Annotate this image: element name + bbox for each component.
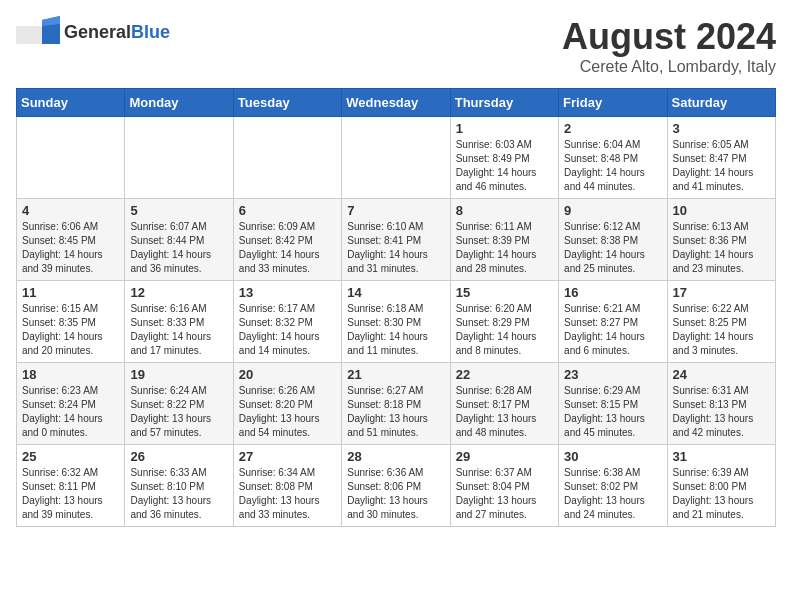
day-info: Sunrise: 6:10 AM Sunset: 8:41 PM Dayligh… — [347, 220, 444, 276]
calendar-cell: 3Sunrise: 6:05 AM Sunset: 8:47 PM Daylig… — [667, 117, 775, 199]
day-info: Sunrise: 6:36 AM Sunset: 8:06 PM Dayligh… — [347, 466, 444, 522]
day-info: Sunrise: 6:27 AM Sunset: 8:18 PM Dayligh… — [347, 384, 444, 440]
day-number: 14 — [347, 285, 444, 300]
day-number: 24 — [673, 367, 770, 382]
day-number: 30 — [564, 449, 661, 464]
day-info: Sunrise: 6:16 AM Sunset: 8:33 PM Dayligh… — [130, 302, 227, 358]
day-number: 25 — [22, 449, 119, 464]
day-info: Sunrise: 6:04 AM Sunset: 8:48 PM Dayligh… — [564, 138, 661, 194]
day-number: 10 — [673, 203, 770, 218]
day-info: Sunrise: 6:28 AM Sunset: 8:17 PM Dayligh… — [456, 384, 553, 440]
day-info: Sunrise: 6:06 AM Sunset: 8:45 PM Dayligh… — [22, 220, 119, 276]
day-number: 23 — [564, 367, 661, 382]
day-number: 15 — [456, 285, 553, 300]
calendar-cell: 2Sunrise: 6:04 AM Sunset: 8:48 PM Daylig… — [559, 117, 667, 199]
calendar-cell: 22Sunrise: 6:28 AM Sunset: 8:17 PM Dayli… — [450, 363, 558, 445]
day-info: Sunrise: 6:29 AM Sunset: 8:15 PM Dayligh… — [564, 384, 661, 440]
calendar-cell: 6Sunrise: 6:09 AM Sunset: 8:42 PM Daylig… — [233, 199, 341, 281]
location-subtitle: Cerete Alto, Lombardy, Italy — [562, 58, 776, 76]
calendar-cell — [233, 117, 341, 199]
day-number: 11 — [22, 285, 119, 300]
calendar-cell: 24Sunrise: 6:31 AM Sunset: 8:13 PM Dayli… — [667, 363, 775, 445]
calendar-cell: 4Sunrise: 6:06 AM Sunset: 8:45 PM Daylig… — [17, 199, 125, 281]
calendar-cell: 19Sunrise: 6:24 AM Sunset: 8:22 PM Dayli… — [125, 363, 233, 445]
calendar-cell: 14Sunrise: 6:18 AM Sunset: 8:30 PM Dayli… — [342, 281, 450, 363]
calendar-cell: 28Sunrise: 6:36 AM Sunset: 8:06 PM Dayli… — [342, 445, 450, 527]
calendar-cell: 29Sunrise: 6:37 AM Sunset: 8:04 PM Dayli… — [450, 445, 558, 527]
calendar-week-row: 18Sunrise: 6:23 AM Sunset: 8:24 PM Dayli… — [17, 363, 776, 445]
day-number: 1 — [456, 121, 553, 136]
day-number: 18 — [22, 367, 119, 382]
calendar-cell: 8Sunrise: 6:11 AM Sunset: 8:39 PM Daylig… — [450, 199, 558, 281]
day-number: 8 — [456, 203, 553, 218]
day-number: 3 — [673, 121, 770, 136]
calendar-cell: 21Sunrise: 6:27 AM Sunset: 8:18 PM Dayli… — [342, 363, 450, 445]
calendar-cell: 27Sunrise: 6:34 AM Sunset: 8:08 PM Dayli… — [233, 445, 341, 527]
day-number: 5 — [130, 203, 227, 218]
day-number: 22 — [456, 367, 553, 382]
svg-rect-0 — [16, 26, 42, 44]
header-tuesday: Tuesday — [233, 89, 341, 117]
day-info: Sunrise: 6:39 AM Sunset: 8:00 PM Dayligh… — [673, 466, 770, 522]
day-number: 4 — [22, 203, 119, 218]
calendar-cell: 1Sunrise: 6:03 AM Sunset: 8:49 PM Daylig… — [450, 117, 558, 199]
day-info: Sunrise: 6:23 AM Sunset: 8:24 PM Dayligh… — [22, 384, 119, 440]
day-number: 26 — [130, 449, 227, 464]
calendar-cell: 13Sunrise: 6:17 AM Sunset: 8:32 PM Dayli… — [233, 281, 341, 363]
day-number: 2 — [564, 121, 661, 136]
day-number: 19 — [130, 367, 227, 382]
calendar-cell: 7Sunrise: 6:10 AM Sunset: 8:41 PM Daylig… — [342, 199, 450, 281]
calendar-cell: 11Sunrise: 6:15 AM Sunset: 8:35 PM Dayli… — [17, 281, 125, 363]
calendar-cell: 31Sunrise: 6:39 AM Sunset: 8:00 PM Dayli… — [667, 445, 775, 527]
calendar-week-row: 11Sunrise: 6:15 AM Sunset: 8:35 PM Dayli… — [17, 281, 776, 363]
day-number: 28 — [347, 449, 444, 464]
header-friday: Friday — [559, 89, 667, 117]
logo-blue: Blue — [131, 22, 170, 42]
day-number: 27 — [239, 449, 336, 464]
day-info: Sunrise: 6:20 AM Sunset: 8:29 PM Dayligh… — [456, 302, 553, 358]
calendar-cell: 26Sunrise: 6:33 AM Sunset: 8:10 PM Dayli… — [125, 445, 233, 527]
day-info: Sunrise: 6:03 AM Sunset: 8:49 PM Dayligh… — [456, 138, 553, 194]
day-number: 13 — [239, 285, 336, 300]
calendar-cell: 18Sunrise: 6:23 AM Sunset: 8:24 PM Dayli… — [17, 363, 125, 445]
calendar-table: Sunday Monday Tuesday Wednesday Thursday… — [16, 88, 776, 527]
day-info: Sunrise: 6:24 AM Sunset: 8:22 PM Dayligh… — [130, 384, 227, 440]
day-info: Sunrise: 6:37 AM Sunset: 8:04 PM Dayligh… — [456, 466, 553, 522]
title-area: August 2024 Cerete Alto, Lombardy, Italy — [562, 16, 776, 76]
calendar-cell — [342, 117, 450, 199]
day-info: Sunrise: 6:34 AM Sunset: 8:08 PM Dayligh… — [239, 466, 336, 522]
logo-general: General — [64, 22, 131, 42]
calendar-header-row: Sunday Monday Tuesday Wednesday Thursday… — [17, 89, 776, 117]
header-monday: Monday — [125, 89, 233, 117]
day-info: Sunrise: 6:09 AM Sunset: 8:42 PM Dayligh… — [239, 220, 336, 276]
day-number: 12 — [130, 285, 227, 300]
calendar-week-row: 1Sunrise: 6:03 AM Sunset: 8:49 PM Daylig… — [17, 117, 776, 199]
calendar-cell: 12Sunrise: 6:16 AM Sunset: 8:33 PM Dayli… — [125, 281, 233, 363]
day-number: 6 — [239, 203, 336, 218]
logo: GeneralBlue — [16, 16, 170, 48]
calendar-cell — [17, 117, 125, 199]
day-info: Sunrise: 6:17 AM Sunset: 8:32 PM Dayligh… — [239, 302, 336, 358]
calendar-week-row: 25Sunrise: 6:32 AM Sunset: 8:11 PM Dayli… — [17, 445, 776, 527]
day-info: Sunrise: 6:38 AM Sunset: 8:02 PM Dayligh… — [564, 466, 661, 522]
day-number: 31 — [673, 449, 770, 464]
day-info: Sunrise: 6:18 AM Sunset: 8:30 PM Dayligh… — [347, 302, 444, 358]
logo-icon — [16, 16, 60, 48]
day-info: Sunrise: 6:22 AM Sunset: 8:25 PM Dayligh… — [673, 302, 770, 358]
day-info: Sunrise: 6:11 AM Sunset: 8:39 PM Dayligh… — [456, 220, 553, 276]
calendar-cell — [125, 117, 233, 199]
day-number: 16 — [564, 285, 661, 300]
day-info: Sunrise: 6:32 AM Sunset: 8:11 PM Dayligh… — [22, 466, 119, 522]
calendar-cell: 15Sunrise: 6:20 AM Sunset: 8:29 PM Dayli… — [450, 281, 558, 363]
day-info: Sunrise: 6:15 AM Sunset: 8:35 PM Dayligh… — [22, 302, 119, 358]
calendar-cell: 17Sunrise: 6:22 AM Sunset: 8:25 PM Dayli… — [667, 281, 775, 363]
header: GeneralBlue August 2024 Cerete Alto, Lom… — [16, 16, 776, 76]
day-number: 17 — [673, 285, 770, 300]
calendar-cell: 5Sunrise: 6:07 AM Sunset: 8:44 PM Daylig… — [125, 199, 233, 281]
calendar-cell: 20Sunrise: 6:26 AM Sunset: 8:20 PM Dayli… — [233, 363, 341, 445]
calendar-week-row: 4Sunrise: 6:06 AM Sunset: 8:45 PM Daylig… — [17, 199, 776, 281]
month-title: August 2024 — [562, 16, 776, 58]
day-info: Sunrise: 6:21 AM Sunset: 8:27 PM Dayligh… — [564, 302, 661, 358]
calendar-cell: 16Sunrise: 6:21 AM Sunset: 8:27 PM Dayli… — [559, 281, 667, 363]
day-info: Sunrise: 6:26 AM Sunset: 8:20 PM Dayligh… — [239, 384, 336, 440]
